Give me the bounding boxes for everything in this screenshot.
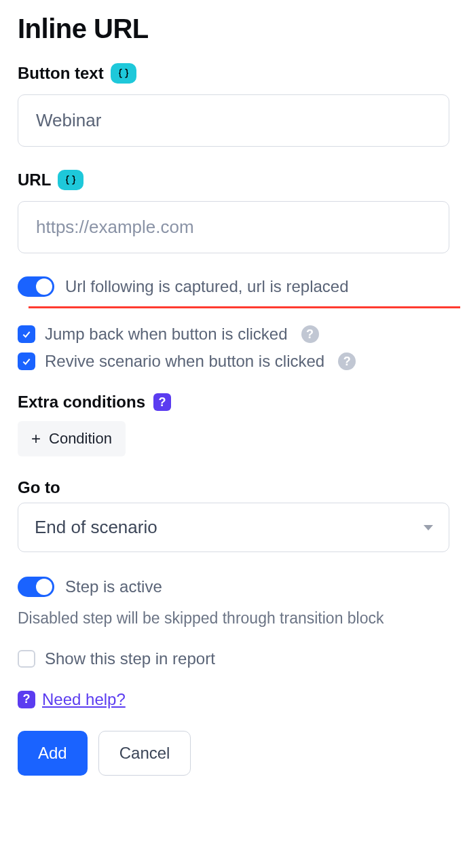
braces-icon[interactable]	[111, 63, 136, 84]
plus-icon: +	[31, 429, 41, 448]
add-condition-button[interactable]: + Condition	[18, 421, 126, 456]
cancel-button[interactable]: Cancel	[98, 731, 191, 776]
step-active-row: Step is active	[18, 577, 449, 597]
step-active-hint: Disabled step will be skipped through tr…	[18, 607, 449, 630]
url-captured-row: Url following is captured, url is replac…	[18, 276, 449, 297]
extra-conditions-text: Extra conditions	[18, 393, 145, 412]
url-label-text: URL	[18, 170, 51, 189]
button-text-input[interactable]	[18, 94, 449, 147]
go-to-heading: Go to	[18, 478, 449, 497]
braces-icon[interactable]	[58, 170, 83, 190]
url-captured-label: Url following is captured, url is replac…	[65, 277, 349, 296]
highlight-underline	[29, 306, 460, 308]
action-button-row: Add Cancel	[18, 731, 449, 776]
add-condition-label: Condition	[49, 430, 112, 448]
jump-back-row: Jump back when button is clicked ?	[18, 325, 449, 344]
show-in-report-row: Show this step in report	[18, 649, 449, 668]
go-to-selected: End of scenario	[35, 517, 157, 537]
show-in-report-checkbox[interactable]	[18, 650, 35, 668]
go-to-select-wrap: End of scenario	[18, 503, 449, 552]
extra-conditions-heading: Extra conditions ?	[18, 393, 449, 412]
step-active-toggle[interactable]	[18, 577, 54, 597]
help-icon[interactable]: ?	[18, 691, 35, 708]
add-button[interactable]: Add	[18, 731, 88, 776]
button-text-label: Button text	[18, 63, 449, 84]
chevron-down-icon	[424, 525, 433, 530]
revive-checkbox[interactable]	[18, 352, 35, 370]
go-to-select[interactable]: End of scenario	[18, 503, 449, 552]
url-input[interactable]	[18, 201, 449, 253]
url-label: URL	[18, 170, 449, 190]
help-icon[interactable]: ?	[301, 325, 319, 343]
url-captured-toggle[interactable]	[18, 276, 54, 297]
button-text-label-text: Button text	[18, 64, 104, 83]
jump-back-label: Jump back when button is clicked	[45, 325, 288, 344]
need-help-row: ? Need help?	[18, 690, 449, 709]
help-icon[interactable]: ?	[338, 352, 356, 370]
help-icon[interactable]: ?	[153, 393, 171, 411]
step-active-label: Step is active	[65, 577, 162, 596]
page-title: Inline URL	[18, 14, 449, 44]
show-in-report-label: Show this step in report	[45, 649, 215, 668]
revive-row: Revive scenario when button is clicked ?	[18, 352, 449, 371]
revive-label: Revive scenario when button is clicked	[45, 352, 324, 371]
need-help-link[interactable]: Need help?	[42, 690, 126, 709]
jump-back-checkbox[interactable]	[18, 325, 35, 343]
